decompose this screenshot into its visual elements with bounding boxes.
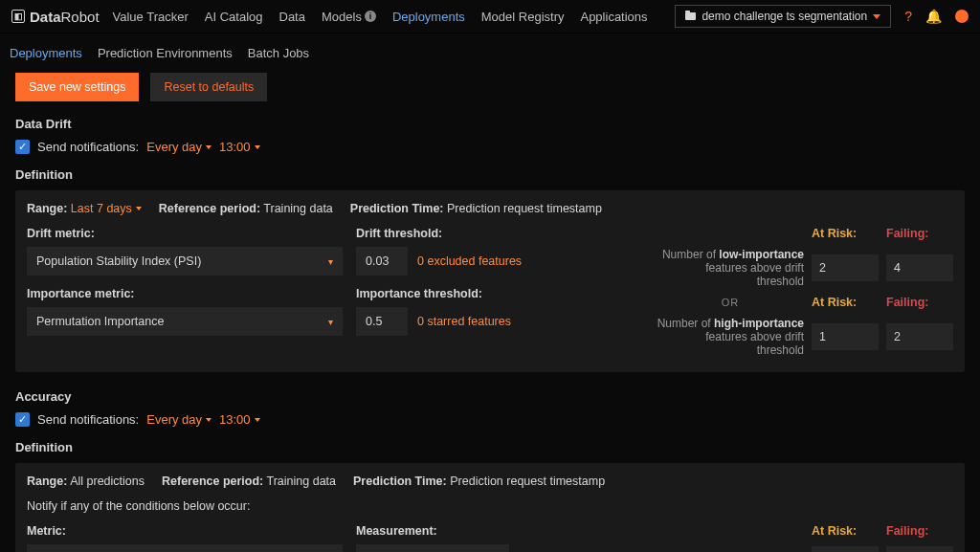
acc-atrisk-header: At Risk: — [812, 524, 879, 538]
nav-ai-catalog[interactable]: AI Catalog — [205, 10, 263, 24]
low-failing-input[interactable] — [886, 254, 953, 281]
drift-notify-label: Send notifications: — [37, 140, 139, 154]
accuracy-title: Accuracy — [15, 389, 965, 404]
save-button[interactable]: Save new settings — [15, 73, 139, 101]
nav-data[interactable]: Data — [279, 10, 305, 24]
drift-frequency-dropdown[interactable]: Every day — [146, 140, 212, 154]
acc-ptime-val: Prediction request timestamp — [450, 475, 605, 488]
importance-metric-select[interactable]: Permutation Importance▾ — [27, 307, 343, 336]
acc-condition-text: Notify if any of the conditions below oc… — [27, 499, 953, 513]
nav-applications[interactable]: Applications — [580, 10, 647, 24]
nav-value-tracker[interactable]: Value Tracker — [113, 10, 189, 24]
drift-threshold-input[interactable] — [356, 247, 408, 276]
low-atrisk-input[interactable] — [812, 254, 879, 281]
drift-ref-val: Training data — [263, 202, 333, 215]
info-icon: i — [365, 11, 376, 22]
high-failing-input[interactable] — [886, 323, 953, 350]
importance-threshold-label: Importance threshold: — [356, 287, 643, 300]
drift-time-dropdown[interactable]: 13:00 — [219, 140, 260, 154]
acc-ref-val: Training data — [267, 475, 337, 488]
acc-failing-input[interactable] — [886, 546, 953, 552]
drift-ptime-val: Prediction request timestamp — [447, 202, 602, 215]
high-atrisk-input[interactable] — [812, 323, 879, 350]
high-importance-text: Number of high-importancefeatures above … — [657, 317, 804, 357]
drift-panel: Range: Last 7 days Reference period: Tra… — [15, 190, 965, 372]
accuracy-panel: Range: All predictions Reference period:… — [15, 463, 965, 552]
importance-metric-label: Importance metric: — [27, 287, 343, 300]
nav-deployments[interactable]: Deployments — [392, 10, 465, 24]
subnav-prediction-envs[interactable]: Prediction Environments — [98, 46, 233, 60]
acc-notify-checkbox[interactable]: ✓ — [15, 412, 30, 427]
logo-text-bold: Data — [30, 9, 61, 25]
logo-text-thin: Robot — [61, 9, 100, 25]
acc-time-dropdown[interactable]: 13:00 — [219, 412, 260, 427]
low-importance-text: Number of low-importancefeatures above d… — [657, 248, 804, 288]
subnav-deployments[interactable]: Deployments — [10, 46, 82, 60]
acc-notify-label: Send notifications: — [37, 412, 139, 427]
drift-definition-title: Definition — [15, 167, 965, 182]
nav-models[interactable]: Modelsi — [322, 10, 376, 24]
logo-icon: ◧ — [11, 10, 25, 23]
acc-frequency-dropdown[interactable]: Every day — [146, 412, 212, 427]
user-icon[interactable] — [955, 10, 969, 23]
acc-definition-title: Definition — [15, 440, 965, 454]
project-name: demo challenge ts segmentation — [702, 10, 867, 23]
acc-atrisk-input[interactable] — [812, 546, 879, 552]
acc-measurement-select[interactable]: percent▾ — [356, 544, 509, 552]
drift-metric-select[interactable]: Population Stability Index (PSI)▾ — [27, 247, 343, 276]
failing-header-2: Failing: — [886, 296, 953, 309]
data-drift-title: Data Drift — [15, 117, 965, 131]
acc-metric-select[interactable]: RMSE▾ — [27, 544, 343, 552]
project-picker[interactable]: demo challenge ts segmentation — [675, 5, 891, 28]
or-divider: OR — [657, 297, 804, 308]
acc-measurement-label: Measurement: — [356, 524, 509, 538]
starred-features-link[interactable]: 0 starred features — [417, 315, 511, 328]
help-icon[interactable]: ? — [904, 9, 912, 24]
at-risk-header: At Risk: — [812, 227, 879, 240]
acc-failing-header: Failing: — [886, 524, 953, 538]
reset-button[interactable]: Reset to defaults — [150, 73, 267, 101]
acc-range-val: All predictions — [70, 475, 145, 488]
acc-metric-label: Metric: — [27, 524, 343, 538]
drift-threshold-label: Drift threshold: — [356, 227, 643, 240]
subnav-batch-jobs[interactable]: Batch Jobs — [248, 46, 309, 60]
folder-icon — [685, 12, 696, 20]
at-risk-header-2: At Risk: — [812, 296, 879, 309]
drift-notify-checkbox[interactable]: ✓ — [15, 140, 30, 154]
failing-header: Failing: — [886, 227, 953, 240]
bell-icon[interactable]: 🔔 — [925, 9, 942, 24]
chevron-down-icon — [873, 14, 880, 19]
nav-model-registry[interactable]: Model Registry — [481, 10, 565, 24]
importance-threshold-input[interactable] — [356, 307, 408, 336]
drift-range-dropdown[interactable]: Last 7 days — [71, 202, 142, 215]
drift-metric-label: Drift metric: — [27, 227, 343, 240]
logo[interactable]: ◧ DataRobot — [11, 9, 100, 25]
excluded-features-link[interactable]: 0 excluded features — [417, 254, 522, 268]
